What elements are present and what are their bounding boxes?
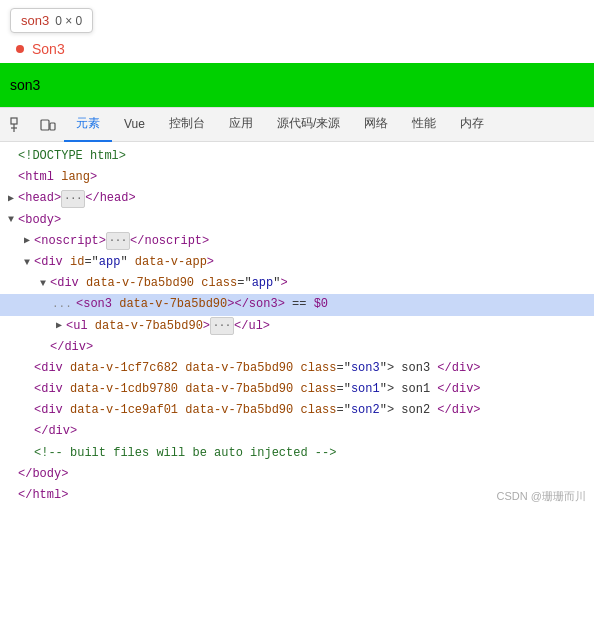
code-line: <div data-v-1cf7c682 data-v-7ba5bd90 cla… (0, 358, 594, 379)
device-icon[interactable] (34, 111, 62, 139)
watermark: CSDN @珊珊而川 (497, 489, 586, 504)
tab-memory[interactable]: 内存 (448, 108, 496, 142)
devtools-tabs: 元素 Vue 控制台 应用 源代码/来源 网络 性能 内存 (64, 108, 590, 142)
code-line: ▶ <head> ··· </head> (0, 188, 594, 209)
tooltip-box: son3 0 × 0 (10, 8, 93, 33)
tab-application[interactable]: 应用 (217, 108, 265, 142)
tab-elements[interactable]: 元素 (64, 108, 112, 142)
tab-network[interactable]: 网络 (352, 108, 400, 142)
code-line: </body> (0, 464, 594, 485)
svg-rect-4 (50, 123, 55, 130)
code-line-comment: <!-- built files will be auto injected -… (0, 443, 594, 464)
devtools-panel: 元素 Vue 控制台 应用 源代码/来源 网络 性能 内存 <!DOCTYPE … (0, 107, 594, 510)
bullet-text: Son3 (32, 41, 65, 57)
code-line: ▶ <noscript> ··· </noscript> (0, 231, 594, 252)
tab-performance[interactable]: 性能 (400, 108, 448, 142)
green-bar: son3 (0, 63, 594, 107)
code-line: </div> (0, 421, 594, 442)
code-line: <!DOCTYPE html> (0, 146, 594, 167)
code-line: ▼ <div id="app" data-v-app> (0, 252, 594, 273)
tab-sources[interactable]: 源代码/来源 (265, 108, 352, 142)
devtools-toolbar: 元素 Vue 控制台 应用 源代码/来源 网络 性能 内存 (0, 108, 594, 142)
code-line: <div data-v-1ce9af01 data-v-7ba5bd90 cla… (0, 400, 594, 421)
tab-vue[interactable]: Vue (112, 108, 157, 142)
bullet-item: Son3 (10, 41, 584, 57)
code-line: ▶ <ul data-v-7ba5bd90> ··· </ul> (0, 316, 594, 337)
top-section: son3 0 × 0 Son3 (0, 0, 594, 63)
tooltip-label: son3 (21, 13, 49, 28)
bullet-dot (16, 45, 24, 53)
code-line: ▼ <div data-v-7ba5bd90 class="app"> (0, 273, 594, 294)
svg-rect-0 (11, 118, 17, 124)
green-bar-text: son3 (10, 77, 40, 93)
tooltip-dims: 0 × 0 (55, 14, 82, 28)
svg-rect-3 (41, 120, 49, 130)
code-area: <!DOCTYPE html> <html lang> ▶ <head> ···… (0, 142, 594, 510)
code-line-highlighted: ... <son3 data-v-7ba5bd90></son3> == $0 (0, 294, 594, 315)
inspect-icon[interactable] (4, 111, 32, 139)
code-line: ▼ <body> (0, 210, 594, 231)
code-line: </div> (0, 337, 594, 358)
code-line: <html lang> (0, 167, 594, 188)
code-line: <div data-v-1cdb9780 data-v-7ba5bd90 cla… (0, 379, 594, 400)
tab-console[interactable]: 控制台 (157, 108, 217, 142)
